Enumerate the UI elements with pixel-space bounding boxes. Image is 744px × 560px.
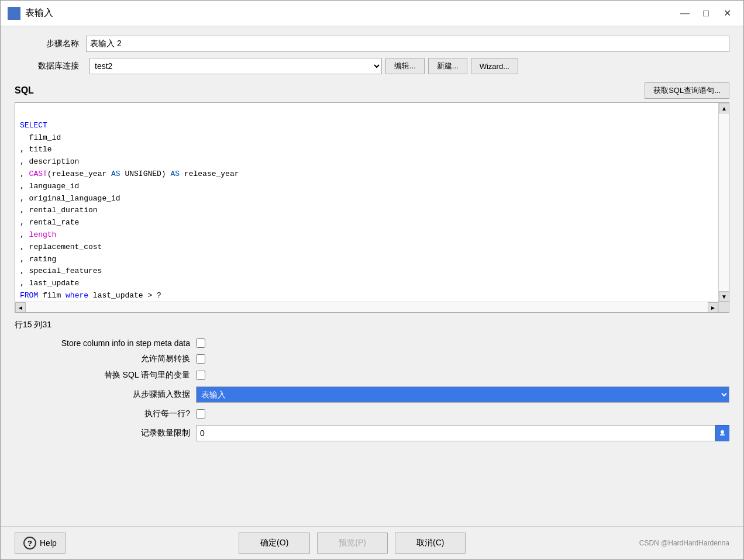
- window-icon: [8, 7, 20, 20]
- window-controls: — □ ✕: [676, 5, 736, 22]
- sql-header: SQL 获取SQL查询语句...: [15, 82, 729, 99]
- status-bar: 行15 列31: [15, 317, 729, 333]
- insert-from-label: 从步骤插入数据: [15, 389, 190, 400]
- store-meta-label: Store column info in step meta data: [15, 338, 190, 348]
- svg-rect-1: [11, 10, 18, 12]
- record-limit-icon: [715, 425, 729, 441]
- allow-simple-label: 允许简易转换: [15, 354, 190, 364]
- store-meta-checkbox[interactable]: [196, 338, 205, 348]
- confirm-button[interactable]: 确定(O): [239, 533, 310, 554]
- help-button[interactable]: ? Help: [15, 533, 66, 554]
- sql-title: SQL: [15, 85, 645, 96]
- execute-each-row: 执行每一行?: [15, 409, 729, 419]
- db-wizard-button[interactable]: Wizard...: [471, 58, 518, 74]
- db-connection-select[interactable]: test2: [89, 58, 382, 74]
- db-edit-button[interactable]: 编辑...: [385, 58, 425, 74]
- window-title: 表输入: [25, 7, 676, 19]
- content-area: 步骤名称 数据库连接 test2 编辑... 新建... Wizard... S…: [1, 26, 743, 462]
- execute-each-checkbox[interactable]: [196, 409, 205, 419]
- watermark: CSDN @HardHardHardenna: [639, 539, 729, 547]
- db-connection-row: 数据库连接 test2 编辑... 新建... Wizard...: [15, 58, 729, 74]
- help-icon: ?: [23, 537, 36, 549]
- preview-button[interactable]: 预览(P): [317, 533, 388, 554]
- help-label: Help: [40, 538, 57, 548]
- insert-from-row: 从步骤插入数据 表输入: [15, 386, 729, 403]
- scroll-up-button[interactable]: ▲: [719, 103, 729, 113]
- svg-rect-5: [720, 434, 725, 435]
- svg-rect-2: [11, 13, 18, 14]
- sql-section: SQL 获取SQL查询语句... SELECT film_id , title …: [15, 82, 729, 313]
- step-name-row: 步骤名称: [15, 36, 729, 52]
- footer: ? Help 确定(O) 预览(P) 取消(C) CSDN @HardHardH…: [1, 526, 743, 559]
- record-limit-wrap: [196, 425, 729, 441]
- allow-simple-row: 允许简易转换: [15, 354, 729, 364]
- get-sql-button[interactable]: 获取SQL查询语句...: [645, 82, 729, 99]
- replace-vars-checkbox[interactable]: [196, 371, 205, 380]
- replace-vars-row: 替换 SQL 语句里的变量: [15, 370, 729, 381]
- replace-vars-label: 替换 SQL 语句里的变量: [15, 370, 190, 381]
- svg-point-4: [721, 430, 724, 434]
- maximize-button[interactable]: □: [697, 5, 715, 22]
- db-connection-label: 数据库连接: [15, 61, 79, 71]
- scroll-right-button[interactable]: ►: [708, 302, 718, 313]
- minimize-button[interactable]: —: [676, 5, 694, 22]
- close-button[interactable]: ✕: [718, 5, 736, 22]
- step-name-input[interactable]: [86, 36, 729, 52]
- options-section: Store column info in step meta data 允许简易…: [15, 338, 729, 453]
- db-new-button[interactable]: 新建...: [428, 58, 467, 74]
- main-window: 表输入 — □ ✕ 步骤名称 数据库连接 test2 编辑... 新建... W…: [0, 0, 744, 560]
- execute-each-label: 执行每一行?: [15, 409, 190, 419]
- svg-rect-3: [11, 15, 15, 16]
- allow-simple-checkbox[interactable]: [196, 354, 205, 364]
- vertical-scrollbar[interactable]: ▲ ▼: [718, 103, 729, 302]
- cursor-position: 行15 列31: [15, 320, 51, 329]
- sql-editor[interactable]: SELECT film_id , title , description , C…: [15, 103, 718, 302]
- store-meta-row: Store column info in step meta data: [15, 338, 729, 348]
- record-limit-row: 记录数量限制: [15, 425, 729, 441]
- scroll-left-button[interactable]: ◄: [15, 302, 26, 313]
- record-limit-input[interactable]: [196, 425, 715, 441]
- scroll-track-vertical: [719, 113, 729, 291]
- horizontal-scrollbar[interactable]: ◄ ►: [15, 302, 718, 312]
- footer-buttons: 确定(O) 预览(P) 取消(C): [66, 533, 639, 554]
- cancel-button[interactable]: 取消(C): [395, 533, 466, 554]
- record-limit-label: 记录数量限制: [15, 428, 190, 438]
- scroll-track-horizontal: [26, 302, 708, 312]
- insert-from-select[interactable]: 表输入: [196, 386, 729, 403]
- step-name-label: 步骤名称: [15, 39, 79, 49]
- scroll-down-button[interactable]: ▼: [719, 291, 729, 302]
- title-bar: 表输入 — □ ✕: [1, 1, 743, 26]
- scroll-corner: [718, 302, 729, 312]
- sql-editor-wrapper: SELECT film_id , title , description , C…: [15, 102, 729, 313]
